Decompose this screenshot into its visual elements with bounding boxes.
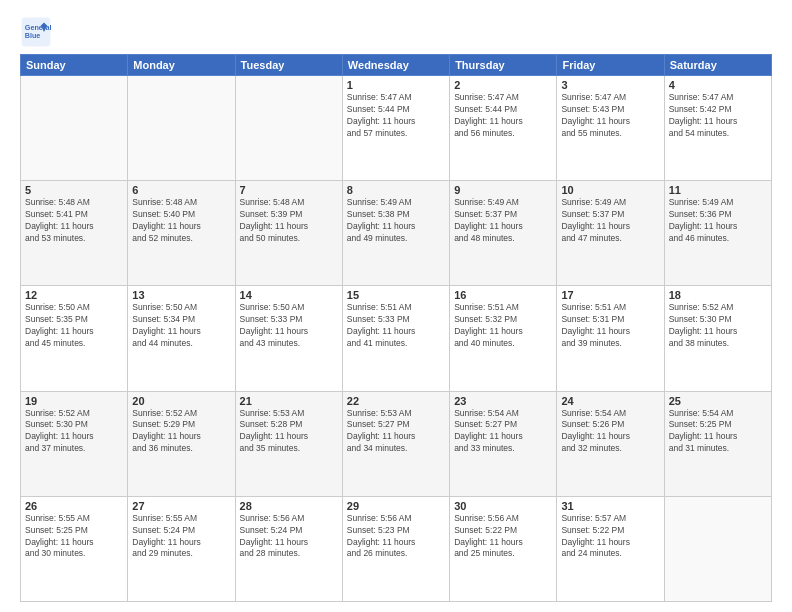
day-number: 24 [561,395,659,407]
calendar-cell: 24Sunrise: 5:54 AM Sunset: 5:26 PM Dayli… [557,391,664,496]
day-number: 22 [347,395,445,407]
day-number: 13 [132,289,230,301]
calendar-cell: 26Sunrise: 5:55 AM Sunset: 5:25 PM Dayli… [21,496,128,601]
calendar-cell: 11Sunrise: 5:49 AM Sunset: 5:36 PM Dayli… [664,181,771,286]
logo: General Blue [20,16,52,48]
day-info: Sunrise: 5:52 AM Sunset: 5:29 PM Dayligh… [132,408,230,456]
calendar-cell: 17Sunrise: 5:51 AM Sunset: 5:31 PM Dayli… [557,286,664,391]
weekday-header: Wednesday [342,55,449,76]
day-info: Sunrise: 5:56 AM Sunset: 5:22 PM Dayligh… [454,513,552,561]
calendar-cell: 5Sunrise: 5:48 AM Sunset: 5:41 PM Daylig… [21,181,128,286]
calendar-cell: 19Sunrise: 5:52 AM Sunset: 5:30 PM Dayli… [21,391,128,496]
day-number: 15 [347,289,445,301]
day-number: 12 [25,289,123,301]
day-info: Sunrise: 5:49 AM Sunset: 5:36 PM Dayligh… [669,197,767,245]
calendar-cell: 8Sunrise: 5:49 AM Sunset: 5:38 PM Daylig… [342,181,449,286]
day-number: 31 [561,500,659,512]
day-number: 14 [240,289,338,301]
day-info: Sunrise: 5:48 AM Sunset: 5:39 PM Dayligh… [240,197,338,245]
calendar-cell: 21Sunrise: 5:53 AM Sunset: 5:28 PM Dayli… [235,391,342,496]
day-info: Sunrise: 5:53 AM Sunset: 5:27 PM Dayligh… [347,408,445,456]
day-info: Sunrise: 5:49 AM Sunset: 5:37 PM Dayligh… [454,197,552,245]
day-number: 6 [132,184,230,196]
day-number: 16 [454,289,552,301]
day-number: 28 [240,500,338,512]
day-number: 29 [347,500,445,512]
calendar-cell: 4Sunrise: 5:47 AM Sunset: 5:42 PM Daylig… [664,76,771,181]
day-number: 7 [240,184,338,196]
calendar-table: SundayMondayTuesdayWednesdayThursdayFrid… [20,54,772,602]
day-info: Sunrise: 5:47 AM Sunset: 5:44 PM Dayligh… [347,92,445,140]
calendar-cell: 29Sunrise: 5:56 AM Sunset: 5:23 PM Dayli… [342,496,449,601]
day-number: 17 [561,289,659,301]
day-number: 10 [561,184,659,196]
calendar-cell [128,76,235,181]
calendar-cell [21,76,128,181]
weekday-header: Friday [557,55,664,76]
day-number: 8 [347,184,445,196]
header: General Blue [20,16,772,48]
day-number: 19 [25,395,123,407]
day-info: Sunrise: 5:51 AM Sunset: 5:33 PM Dayligh… [347,302,445,350]
day-number: 20 [132,395,230,407]
day-number: 25 [669,395,767,407]
calendar-cell: 9Sunrise: 5:49 AM Sunset: 5:37 PM Daylig… [450,181,557,286]
day-info: Sunrise: 5:56 AM Sunset: 5:24 PM Dayligh… [240,513,338,561]
day-info: Sunrise: 5:54 AM Sunset: 5:26 PM Dayligh… [561,408,659,456]
weekday-header: Saturday [664,55,771,76]
day-info: Sunrise: 5:55 AM Sunset: 5:25 PM Dayligh… [25,513,123,561]
calendar-cell: 16Sunrise: 5:51 AM Sunset: 5:32 PM Dayli… [450,286,557,391]
day-number: 5 [25,184,123,196]
calendar-cell: 25Sunrise: 5:54 AM Sunset: 5:25 PM Dayli… [664,391,771,496]
weekday-header: Sunday [21,55,128,76]
day-number: 9 [454,184,552,196]
day-info: Sunrise: 5:52 AM Sunset: 5:30 PM Dayligh… [669,302,767,350]
calendar-cell: 18Sunrise: 5:52 AM Sunset: 5:30 PM Dayli… [664,286,771,391]
day-info: Sunrise: 5:50 AM Sunset: 5:35 PM Dayligh… [25,302,123,350]
day-info: Sunrise: 5:49 AM Sunset: 5:38 PM Dayligh… [347,197,445,245]
day-info: Sunrise: 5:48 AM Sunset: 5:41 PM Dayligh… [25,197,123,245]
day-number: 2 [454,79,552,91]
calendar-cell: 27Sunrise: 5:55 AM Sunset: 5:24 PM Dayli… [128,496,235,601]
calendar-cell: 3Sunrise: 5:47 AM Sunset: 5:43 PM Daylig… [557,76,664,181]
day-number: 18 [669,289,767,301]
calendar-cell [664,496,771,601]
day-number: 27 [132,500,230,512]
day-number: 3 [561,79,659,91]
weekday-header: Thursday [450,55,557,76]
calendar-cell [235,76,342,181]
day-number: 23 [454,395,552,407]
calendar-cell: 13Sunrise: 5:50 AM Sunset: 5:34 PM Dayli… [128,286,235,391]
day-info: Sunrise: 5:47 AM Sunset: 5:42 PM Dayligh… [669,92,767,140]
calendar-cell: 22Sunrise: 5:53 AM Sunset: 5:27 PM Dayli… [342,391,449,496]
calendar-cell: 31Sunrise: 5:57 AM Sunset: 5:22 PM Dayli… [557,496,664,601]
day-info: Sunrise: 5:50 AM Sunset: 5:34 PM Dayligh… [132,302,230,350]
day-number: 21 [240,395,338,407]
day-info: Sunrise: 5:50 AM Sunset: 5:33 PM Dayligh… [240,302,338,350]
calendar-cell: 14Sunrise: 5:50 AM Sunset: 5:33 PM Dayli… [235,286,342,391]
day-info: Sunrise: 5:47 AM Sunset: 5:44 PM Dayligh… [454,92,552,140]
calendar-cell: 28Sunrise: 5:56 AM Sunset: 5:24 PM Dayli… [235,496,342,601]
calendar-cell: 12Sunrise: 5:50 AM Sunset: 5:35 PM Dayli… [21,286,128,391]
calendar-cell: 20Sunrise: 5:52 AM Sunset: 5:29 PM Dayli… [128,391,235,496]
calendar-cell: 30Sunrise: 5:56 AM Sunset: 5:22 PM Dayli… [450,496,557,601]
day-info: Sunrise: 5:47 AM Sunset: 5:43 PM Dayligh… [561,92,659,140]
calendar-cell: 6Sunrise: 5:48 AM Sunset: 5:40 PM Daylig… [128,181,235,286]
day-info: Sunrise: 5:51 AM Sunset: 5:32 PM Dayligh… [454,302,552,350]
calendar-cell: 2Sunrise: 5:47 AM Sunset: 5:44 PM Daylig… [450,76,557,181]
day-number: 1 [347,79,445,91]
day-number: 30 [454,500,552,512]
day-number: 4 [669,79,767,91]
calendar-cell: 10Sunrise: 5:49 AM Sunset: 5:37 PM Dayli… [557,181,664,286]
day-info: Sunrise: 5:54 AM Sunset: 5:27 PM Dayligh… [454,408,552,456]
day-info: Sunrise: 5:51 AM Sunset: 5:31 PM Dayligh… [561,302,659,350]
day-info: Sunrise: 5:55 AM Sunset: 5:24 PM Dayligh… [132,513,230,561]
day-info: Sunrise: 5:49 AM Sunset: 5:37 PM Dayligh… [561,197,659,245]
weekday-header: Monday [128,55,235,76]
day-number: 11 [669,184,767,196]
day-info: Sunrise: 5:57 AM Sunset: 5:22 PM Dayligh… [561,513,659,561]
day-info: Sunrise: 5:52 AM Sunset: 5:30 PM Dayligh… [25,408,123,456]
day-info: Sunrise: 5:56 AM Sunset: 5:23 PM Dayligh… [347,513,445,561]
day-info: Sunrise: 5:53 AM Sunset: 5:28 PM Dayligh… [240,408,338,456]
day-info: Sunrise: 5:48 AM Sunset: 5:40 PM Dayligh… [132,197,230,245]
